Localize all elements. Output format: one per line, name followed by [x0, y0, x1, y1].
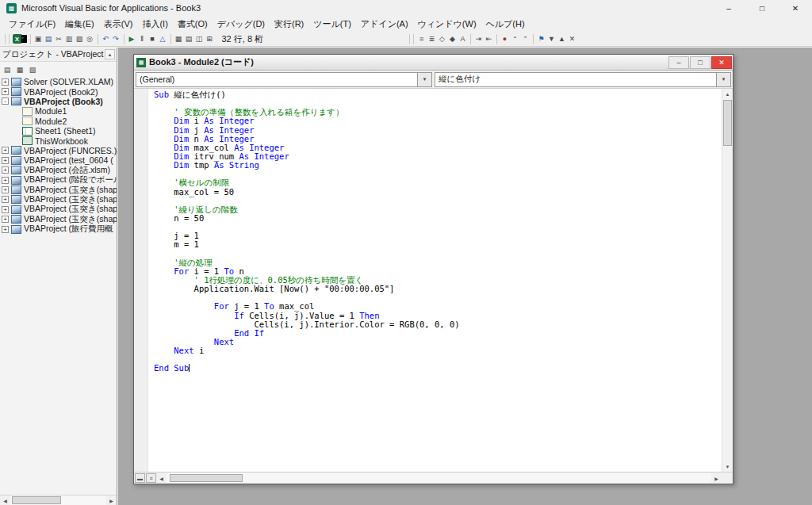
- menu-item[interactable]: デバッグ(D): [213, 17, 270, 32]
- tree-item[interactable]: Module2: [0, 117, 117, 126]
- tree-item[interactable]: ThisWorkbook: [0, 136, 117, 145]
- code-line[interactable]: [154, 355, 721, 364]
- tree-item[interactable]: +VBAProject (玉突き(shap: [0, 185, 117, 194]
- menu-item[interactable]: ヘルプ(H): [481, 17, 530, 32]
- cut-icon[interactable]: ✂: [54, 33, 63, 45]
- code-window-titlebar[interactable]: ▦ Book3 - Module2 (コード) – □ ✕: [134, 55, 733, 71]
- scroll-down-button[interactable]: ▼: [722, 461, 733, 472]
- reset-icon[interactable]: ■: [147, 33, 157, 45]
- tree-item[interactable]: -VBAProject (Book3): [0, 97, 117, 106]
- code-line[interactable]: End If: [154, 329, 721, 338]
- tree-item[interactable]: +VBAProject (会話.xlsm): [0, 166, 117, 175]
- expand-icon[interactable]: +: [2, 88, 9, 95]
- menu-item[interactable]: 実行(R): [270, 17, 308, 32]
- toolbar-drag-handle[interactable]: [409, 34, 414, 44]
- code-hscrollbar[interactable]: ◀ ▶: [156, 473, 722, 484]
- insert-userform-icon[interactable]: ▣: [33, 33, 43, 45]
- uncomment-block-icon[interactable]: ”: [521, 33, 530, 45]
- code-line[interactable]: j = 1: [154, 231, 721, 240]
- code-line[interactable]: max_col = 50: [154, 188, 721, 197]
- object-browser-icon[interactable]: ◫: [194, 33, 204, 45]
- tree-item[interactable]: Module1: [0, 106, 117, 116]
- scrollbar-track[interactable]: [167, 473, 711, 483]
- minimize-button[interactable]: –: [712, 0, 745, 16]
- tree-item[interactable]: +VBAProject (test_0604 (: [0, 155, 117, 165]
- tree-item[interactable]: +VBAProject (階段でボール: [0, 175, 117, 185]
- code-window-minimize-button[interactable]: –: [668, 56, 689, 69]
- parameter-info-icon[interactable]: ◆: [448, 33, 458, 45]
- scrollbar-track[interactable]: [10, 495, 106, 505]
- expand-icon[interactable]: +: [2, 206, 9, 213]
- resize-grip[interactable]: [722, 473, 733, 484]
- code-line[interactable]: m = 1: [154, 240, 721, 249]
- toggle-folders-icon[interactable]: ▧: [26, 63, 39, 75]
- toggle-bookmark-icon[interactable]: ⚑: [537, 33, 546, 45]
- view-excel-dropdown-icon[interactable]: ▾: [21, 35, 27, 43]
- scroll-left-button[interactable]: ◀: [156, 473, 167, 483]
- menu-item[interactable]: 編集(E): [60, 17, 99, 32]
- code-editor[interactable]: Sub 縦に色付け() ' 変数の準備（整数を入れる箱を作ります） Dim i …: [154, 90, 721, 472]
- tree-item[interactable]: +VBAProject (FUNCRES.): [0, 146, 117, 155]
- menu-item[interactable]: アドイン(A): [356, 17, 413, 32]
- scroll-up-button[interactable]: ▲: [722, 89, 733, 99]
- project-panel-hscrollbar[interactable]: ◀ ▶: [0, 495, 117, 505]
- expand-icon[interactable]: +: [2, 177, 9, 184]
- code-line[interactable]: Sub 縦に色付け(): [154, 90, 721, 99]
- tree-item[interactable]: Sheet1 (Sheet1): [0, 126, 117, 136]
- redo-icon[interactable]: ↷: [111, 33, 121, 45]
- code-line[interactable]: [154, 250, 721, 258]
- expand-icon[interactable]: +: [2, 186, 9, 193]
- tree-item[interactable]: +VBAProject (Book2): [0, 86, 117, 96]
- code-line[interactable]: [154, 197, 721, 205]
- tree-scroll-up-button[interactable]: ▲: [105, 49, 115, 59]
- code-line[interactable]: n = 50: [154, 214, 721, 223]
- scrollbar-thumb[interactable]: [723, 100, 732, 146]
- code-line[interactable]: Dim tmp As String: [154, 161, 721, 170]
- code-line[interactable]: Application.Wait [Now() + "00:00:00.05"]: [154, 285, 721, 293]
- design-mode-icon[interactable]: △: [158, 33, 167, 45]
- indent-icon[interactable]: ⇥: [474, 33, 484, 45]
- outdent-icon[interactable]: ⇤: [485, 33, 494, 45]
- expand-icon[interactable]: +: [2, 78, 9, 86]
- tree-item[interactable]: +Solver (SOLVER.XLAM): [0, 77, 117, 86]
- scroll-right-button[interactable]: ▶: [711, 473, 722, 483]
- clear-bookmarks-icon[interactable]: ✕: [568, 33, 577, 45]
- titlebar[interactable]: ▦ Microsoft Visual Basic for Application…: [0, 0, 812, 16]
- toolbar-drag-handle[interactable]: [5, 34, 10, 44]
- close-button[interactable]: ✕: [779, 0, 812, 16]
- code-line[interactable]: '横セルの制限: [154, 178, 721, 187]
- complete-word-icon[interactable]: A: [458, 33, 468, 45]
- menu-item[interactable]: ウィンドウ(W): [413, 17, 481, 32]
- break-icon[interactable]: ‖: [137, 33, 147, 45]
- toggle-breakpoint-icon[interactable]: ●: [500, 33, 510, 45]
- object-combo[interactable]: (General) ▼: [136, 72, 432, 87]
- scrollbar-thumb[interactable]: [170, 474, 243, 482]
- scroll-right-button[interactable]: ▶: [106, 495, 117, 505]
- project-explorer-icon[interactable]: ▦: [174, 33, 183, 45]
- properties-window-icon[interactable]: ▤: [184, 33, 193, 45]
- menu-item[interactable]: ツール(T): [308, 17, 356, 32]
- collapse-icon[interactable]: -: [2, 98, 9, 105]
- view-code-icon[interactable]: ▤: [1, 63, 13, 75]
- tree-item[interactable]: +VBAProject (玉突き(shap: [0, 214, 117, 224]
- list-constants-icon[interactable]: ≣: [427, 33, 437, 45]
- expand-icon[interactable]: +: [2, 157, 9, 164]
- run-icon[interactable]: ▶: [127, 33, 136, 45]
- view-microsoft-excel-icon[interactable]: X: [13, 34, 22, 44]
- list-properties-icon[interactable]: ≡: [417, 33, 427, 45]
- object-combo-dropdown-icon[interactable]: ▼: [417, 73, 431, 86]
- tree-item[interactable]: +VBAProject (玉突き(shap: [0, 195, 117, 205]
- quick-info-icon[interactable]: ◇: [438, 33, 447, 45]
- next-bookmark-icon[interactable]: ▼: [547, 33, 557, 45]
- expand-icon[interactable]: +: [2, 196, 9, 203]
- expand-icon[interactable]: +: [2, 216, 9, 223]
- code-line[interactable]: [154, 170, 721, 178]
- tree-item[interactable]: +VBAProject (玉突き(shap: [0, 205, 117, 214]
- tree-item[interactable]: +VBAProject (旅行費用概: [0, 224, 117, 234]
- procedure-combo[interactable]: 縦に色付け ▼: [435, 72, 731, 87]
- code-line[interactable]: '繰り返しの階数: [154, 205, 721, 214]
- code-vscrollbar[interactable]: ▲ ▼: [722, 89, 733, 472]
- code-window-restore-button[interactable]: □: [690, 56, 710, 69]
- code-line[interactable]: [154, 223, 721, 231]
- paste-icon[interactable]: ▨: [75, 33, 84, 45]
